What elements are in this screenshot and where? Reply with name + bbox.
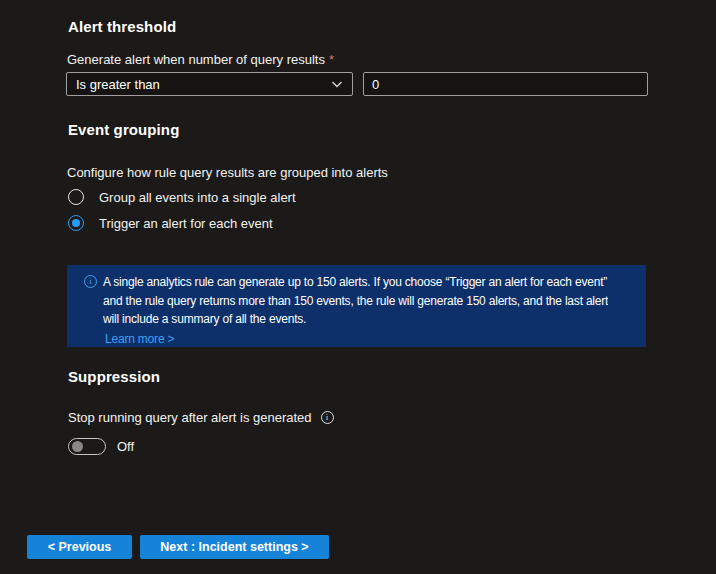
query-results-label-text: Generate alert when number of query resu… xyxy=(67,52,325,67)
suppression-toggle-row: Off xyxy=(68,438,134,455)
info-line: and the rule query returns more than 150… xyxy=(103,292,608,311)
info-line: A single analytics rule can generate up … xyxy=(103,273,608,292)
chevron-down-icon xyxy=(331,79,343,89)
suppression-toggle[interactable] xyxy=(68,438,106,455)
radio-unselected-icon[interactable] xyxy=(68,189,84,205)
suppression-title: Suppression xyxy=(68,368,160,385)
operator-dropdown-value: Is greater than xyxy=(67,77,160,92)
learn-more-link[interactable]: Learn more > xyxy=(105,330,174,348)
previous-button[interactable]: < Previous xyxy=(27,535,132,559)
threshold-value-input[interactable] xyxy=(363,72,648,96)
toggle-state-label: Off xyxy=(117,439,134,454)
next-incident-settings-button[interactable]: Next : Incident settings > xyxy=(140,535,329,559)
suppression-toggle-label: Stop running query after alert is genera… xyxy=(68,410,312,425)
suppression-label-row: Stop running query after alert is genera… xyxy=(68,410,334,425)
radio-selected-icon[interactable] xyxy=(68,215,84,231)
event-grouping-title: Event grouping xyxy=(68,121,179,138)
query-results-label: Generate alert when number of query resu… xyxy=(67,52,334,67)
radio-trigger-each-event[interactable]: Trigger an alert for each event xyxy=(68,215,273,231)
info-box-text: A single analytics rule can generate up … xyxy=(103,273,608,347)
event-grouping-description: Configure how rule query results are gro… xyxy=(67,165,388,180)
alert-threshold-title: Alert threshold xyxy=(68,18,176,35)
rule-logic-pane: Alert threshold Generate alert when numb… xyxy=(0,0,716,574)
info-icon: i xyxy=(84,275,97,288)
operator-dropdown[interactable]: Is greater than xyxy=(66,72,353,96)
radio-group-single-alert[interactable]: Group all events into a single alert xyxy=(68,189,296,205)
help-info-icon[interactable]: i xyxy=(321,411,334,424)
info-line: will include a summary of all the events… xyxy=(103,310,608,329)
toggle-knob-icon xyxy=(72,441,83,452)
radio-label: Trigger an alert for each event xyxy=(99,216,273,231)
radio-label: Group all events into a single alert xyxy=(99,190,296,205)
alerts-limit-info-box: i A single analytics rule can generate u… xyxy=(67,265,646,347)
required-asterisk: * xyxy=(329,52,334,67)
